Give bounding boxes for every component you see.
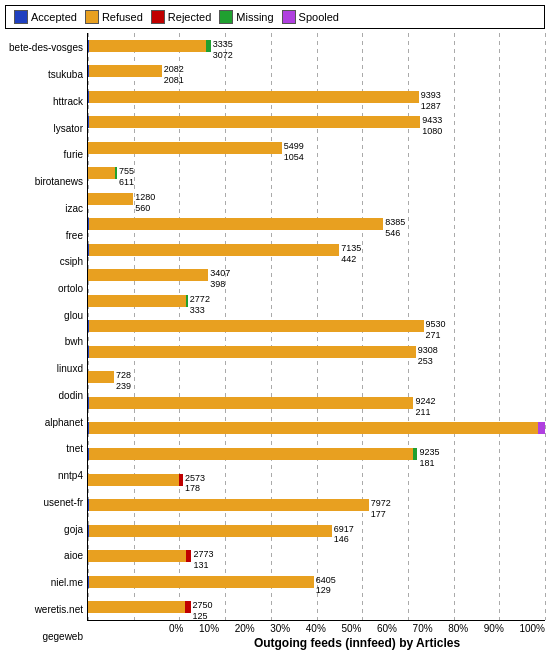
bar-row-glou: 2772333 bbox=[88, 288, 545, 314]
x-label-50pct: 50% bbox=[341, 623, 361, 634]
legend-item-rejected: Rejected bbox=[151, 10, 211, 24]
grid-line-100 bbox=[545, 33, 546, 620]
bar-stack-8: 7135442 bbox=[88, 244, 545, 256]
bar-value: 5499 bbox=[284, 141, 304, 152]
bar-value-labels-21: 6405129 bbox=[314, 575, 336, 597]
bar-value-labels-6: 1280560 bbox=[133, 192, 155, 214]
x-label-60pct: 60% bbox=[377, 623, 397, 634]
bar-row-ortolo: 3407398 bbox=[88, 263, 545, 289]
bar-value: 6917 bbox=[334, 524, 354, 535]
bar-row-tsukuba: 20822081 bbox=[88, 59, 545, 85]
spooled-legend-box bbox=[282, 10, 296, 24]
y-label-tsukuba: tsukuba bbox=[5, 70, 87, 80]
x-axis-wrapper: 0%10%20%30%40%50%60%70%80%90%100% Outgoi… bbox=[169, 621, 545, 650]
y-labels: bete-des-vosgestsukubahttracklysatorfuri… bbox=[5, 33, 87, 650]
x-label-0pct: 0% bbox=[169, 623, 183, 634]
x-label-10pct: 10% bbox=[199, 623, 219, 634]
y-label-alphanet: alphanet bbox=[5, 418, 87, 428]
bar-stack-4: 54991054 bbox=[88, 142, 545, 154]
seg-refused bbox=[89, 499, 369, 511]
bar-value: 8385 bbox=[385, 217, 405, 228]
refused-legend-box bbox=[85, 10, 99, 24]
bar-stack-13: 728239 bbox=[88, 371, 545, 383]
seg-spooled bbox=[538, 422, 545, 434]
y-label-tnet: tnet bbox=[5, 444, 87, 454]
bar-value-labels-1: 20822081 bbox=[162, 64, 184, 86]
bar-value-labels-19: 6917146 bbox=[332, 524, 354, 546]
bar-stack-22: 2750125 bbox=[88, 601, 545, 613]
bar-stack-18: 7972177 bbox=[88, 499, 545, 511]
bar-value: 2573 bbox=[185, 473, 205, 484]
bar-value-labels-2: 93931287 bbox=[419, 90, 441, 112]
bar-value-labels-14: 9242211 bbox=[413, 396, 435, 418]
bar-row-usenet-fr: 2573178 bbox=[88, 467, 545, 493]
bar-value: 3407 bbox=[210, 268, 230, 279]
bar-row-dodin: 728239 bbox=[88, 365, 545, 391]
legend-item-spooled: Spooled bbox=[282, 10, 339, 24]
seg-refused bbox=[89, 346, 416, 358]
bar-stack-6: 1280560 bbox=[88, 193, 545, 205]
seg-refused bbox=[88, 269, 208, 281]
bar-stack-3: 94331080 bbox=[88, 116, 545, 128]
chart-title: Outgoing feeds (innfeed) by Articles bbox=[169, 636, 545, 650]
bar-value: 125 bbox=[193, 611, 213, 622]
bar-value: 728 bbox=[116, 370, 131, 381]
seg-refused bbox=[88, 601, 185, 613]
seg-refused bbox=[89, 525, 332, 537]
bar-row-aioe: 6917146 bbox=[88, 518, 545, 544]
y-label-dodin: dodin bbox=[5, 391, 87, 401]
bar-row-linuxd: 9308253 bbox=[88, 339, 545, 365]
rejected-legend-box bbox=[151, 10, 165, 24]
seg-refused bbox=[88, 167, 115, 179]
bar-row-gegeweb: 2750125 bbox=[88, 594, 545, 620]
bar-value: 6405 bbox=[316, 575, 336, 586]
bar-stack-0: 33353072 bbox=[88, 40, 545, 52]
accepted-legend-box bbox=[14, 10, 28, 24]
seg-refused bbox=[89, 116, 421, 128]
bar-row-birotanews: 755611 bbox=[88, 161, 545, 187]
bar-value-labels-11: 9530271 bbox=[424, 319, 446, 341]
bar-value-labels-16: 9235181 bbox=[417, 447, 439, 469]
spooled-legend-label: Spooled bbox=[299, 11, 339, 23]
bar-value: 9242 bbox=[415, 396, 435, 407]
bar-row-alphanet: 9242211 bbox=[88, 390, 545, 416]
chart-container: AcceptedRefusedRejectedMissingSpooled be… bbox=[0, 0, 550, 655]
y-label-csiph: csiph bbox=[5, 257, 87, 267]
legend-item-missing: Missing bbox=[219, 10, 273, 24]
bar-value: 755 bbox=[119, 166, 134, 177]
bar-row-furie: 54991054 bbox=[88, 135, 545, 161]
bar-value: 9393 bbox=[421, 90, 441, 101]
bar-value: 9235 bbox=[419, 447, 439, 458]
legend-item-refused: Refused bbox=[85, 10, 143, 24]
seg-refused bbox=[89, 576, 314, 588]
x-label-40pct: 40% bbox=[306, 623, 326, 634]
bar-stack-15: 12918187 bbox=[88, 422, 545, 434]
bar-value-labels-10: 2772333 bbox=[188, 294, 210, 316]
bar-stack-9: 3407398 bbox=[88, 269, 545, 281]
bar-value: 2773 bbox=[193, 549, 213, 560]
bar-row-csiph: 7135442 bbox=[88, 237, 545, 263]
bar-stack-20: 2773131 bbox=[88, 550, 545, 562]
y-label-goja: goja bbox=[5, 525, 87, 535]
seg-refused bbox=[89, 91, 419, 103]
y-label-gegeweb: gegeweb bbox=[5, 632, 87, 642]
y-label-free: free bbox=[5, 231, 87, 241]
bar-value-labels-13: 728239 bbox=[114, 370, 131, 392]
bar-stack-14: 9242211 bbox=[88, 397, 545, 409]
bar-stack-10: 2772333 bbox=[88, 295, 545, 307]
bar-row-tnet: 12918187 bbox=[88, 416, 545, 442]
accepted-legend-label: Accepted bbox=[31, 11, 77, 23]
bar-value: 9308 bbox=[418, 345, 438, 356]
bar-value-labels-20: 2773131 bbox=[191, 549, 213, 571]
bar-stack-16: 9235181 bbox=[88, 448, 545, 460]
y-label-niel-me: niel.me bbox=[5, 578, 87, 588]
chart-area: bete-des-vosgestsukubahttracklysatorfuri… bbox=[5, 33, 545, 650]
bar-row-lysator: 94331080 bbox=[88, 110, 545, 136]
legend-item-accepted: Accepted bbox=[14, 10, 77, 24]
seg-refused bbox=[88, 193, 133, 205]
y-label-izac: izac bbox=[5, 204, 87, 214]
bar-value: 2082 bbox=[164, 64, 184, 75]
x-label-30pct: 30% bbox=[270, 623, 290, 634]
bar-value: 7135 bbox=[341, 243, 361, 254]
x-label-70pct: 70% bbox=[413, 623, 433, 634]
